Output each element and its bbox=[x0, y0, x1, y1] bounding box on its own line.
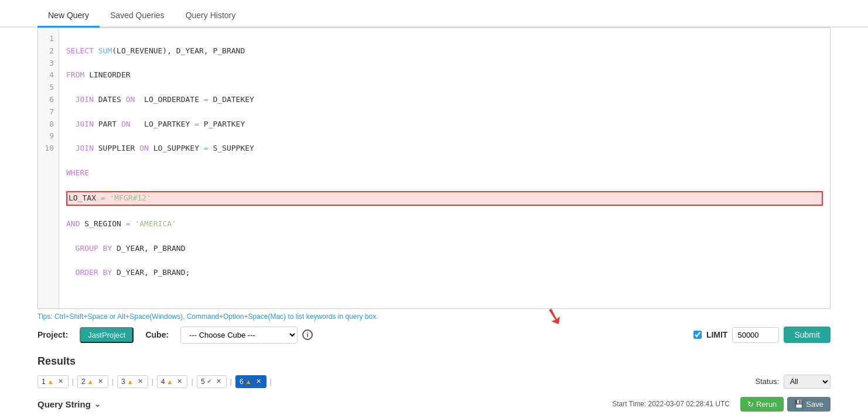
close-btn-6[interactable]: ✕ bbox=[255, 378, 262, 385]
result-tab-5[interactable]: 5 ✔ ✕ bbox=[197, 375, 227, 388]
status-select[interactable]: All Success Failed bbox=[784, 375, 831, 389]
tab6-num: 6 bbox=[240, 378, 244, 386]
query-controls: Project: JastProject Cube: --- Choose Cu… bbox=[37, 327, 831, 344]
tab2-num: 2 bbox=[81, 378, 86, 386]
tabs-bar: New Query Saved Queries Query History bbox=[0, 5, 868, 28]
sep-2: | bbox=[112, 377, 114, 386]
tab4-num: 4 bbox=[161, 378, 165, 386]
cube-label: Cube: bbox=[145, 330, 169, 339]
result-tabs: 1 ▲ ✕ | 2 ▲ ✕ | 3 ▲ ✕ | 4 ▲ ✕ | 5 ✔ ✕ | bbox=[37, 375, 831, 389]
result-tab-1[interactable]: 1 ▲ ✕ bbox=[37, 375, 69, 388]
limit-checkbox[interactable] bbox=[693, 331, 702, 339]
action-btns: Start Time: 2022-03-07 02:28:41 UTC ↻ Re… bbox=[612, 397, 831, 412]
sep-1: | bbox=[72, 377, 74, 386]
close-btn-3[interactable]: ✕ bbox=[136, 378, 144, 385]
submit-button[interactable]: Submit bbox=[784, 327, 831, 343]
tab1-num: 1 bbox=[42, 378, 46, 386]
sep-4: | bbox=[191, 377, 193, 386]
sep-6: | bbox=[270, 377, 272, 386]
rerun-button[interactable]: ↻ Rerun bbox=[740, 397, 784, 412]
result-tab-2[interactable]: 2 ▲ ✕ bbox=[77, 375, 108, 388]
cube-select[interactable]: --- Choose Cube --- bbox=[180, 327, 298, 344]
warn-icon-4: ▲ bbox=[167, 378, 173, 385]
tips-text: Tips: Ctrl+Shift+Space or Alt+Space(Wind… bbox=[37, 312, 831, 321]
toggle-icon[interactable]: ⌄ bbox=[94, 400, 101, 409]
warn-icon-6: ▲ bbox=[245, 378, 252, 385]
result-tab-4[interactable]: 4 ▲ ✕ bbox=[157, 375, 188, 388]
rerun-label: Rerun bbox=[756, 400, 777, 409]
start-time: Start Time: 2022-03-07 02:28:41 UTC bbox=[612, 400, 730, 408]
project-badge[interactable]: JastProject bbox=[80, 327, 134, 343]
tab-query-history[interactable]: Query History bbox=[175, 5, 247, 28]
code-editor[interactable]: 12345 678910 SELECT SUM(LO_REVENUE), D_Y… bbox=[37, 28, 831, 309]
refresh-icon: ↻ bbox=[747, 400, 754, 409]
close-btn-5[interactable]: ✕ bbox=[215, 378, 223, 385]
code-content[interactable]: SELECT SUM(LO_REVENUE), D_YEAR, P_BRAND … bbox=[59, 28, 830, 308]
warn-icon-2: ▲ bbox=[87, 378, 94, 385]
results-section: Results 1 ▲ ✕ | 2 ▲ ✕ | 3 ▲ ✕ | 4 ▲ ✕ | … bbox=[37, 355, 831, 418]
line-numbers: 12345 678910 bbox=[38, 28, 59, 308]
close-btn-4[interactable]: ✕ bbox=[176, 378, 183, 385]
tab5-num: 5 bbox=[201, 378, 205, 386]
tab3-num: 3 bbox=[121, 378, 125, 386]
tab-saved-queries[interactable]: Saved Queries bbox=[100, 5, 175, 28]
tab-new-query[interactable]: New Query bbox=[37, 5, 100, 28]
limit-area: LIMIT Submit bbox=[693, 327, 831, 343]
result-tab-3[interactable]: 3 ▲ ✕ bbox=[117, 375, 148, 388]
sep-5: | bbox=[230, 377, 232, 386]
warn-icon-3: ▲ bbox=[127, 378, 134, 385]
ok-icon-5: ✔ bbox=[207, 378, 212, 385]
status-filter: Status: All Success Failed bbox=[756, 375, 831, 389]
cube-select-wrapper: --- Choose Cube --- i bbox=[180, 327, 313, 344]
query-string-header: Query String ⌄ Start Time: 2022-03-07 02… bbox=[37, 397, 831, 412]
query-string-title: Query String ⌄ bbox=[37, 399, 101, 409]
status-filter-label: Status: bbox=[756, 377, 779, 386]
query-string-label: Query String bbox=[37, 399, 91, 409]
warn-icon-1: ▲ bbox=[47, 378, 54, 385]
project-label: Project: bbox=[37, 330, 68, 339]
limit-input[interactable] bbox=[732, 327, 779, 343]
save-button[interactable]: 💾 Save bbox=[787, 397, 831, 412]
save-label: Save bbox=[806, 400, 823, 409]
save-icon: 💾 bbox=[794, 400, 804, 409]
info-icon[interactable]: i bbox=[302, 329, 313, 340]
limit-label: LIMIT bbox=[706, 330, 728, 339]
close-btn-1[interactable]: ✕ bbox=[57, 378, 64, 385]
results-title: Results bbox=[37, 355, 831, 368]
close-btn-2[interactable]: ✕ bbox=[97, 378, 104, 385]
result-tab-6[interactable]: 6 ▲ ✕ bbox=[235, 375, 266, 388]
sep-3: | bbox=[152, 377, 153, 386]
